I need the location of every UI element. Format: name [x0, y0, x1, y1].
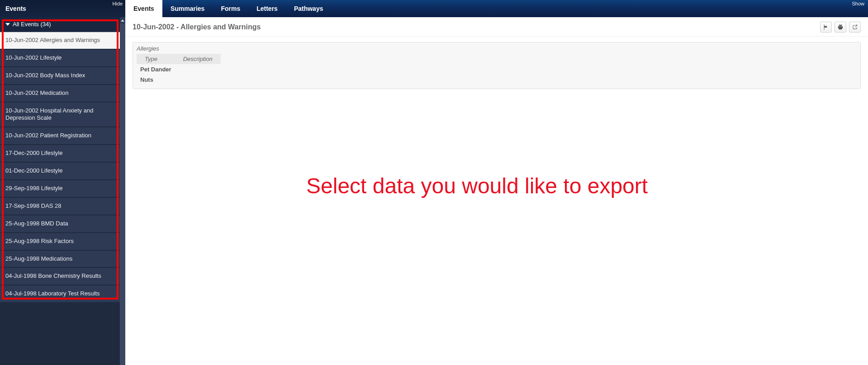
event-list: 10-Jun-2002 Allergies and Warnings10-Jun…	[0, 32, 120, 303]
cell-description	[175, 75, 221, 85]
all-events-label: All Events (34)	[13, 21, 51, 28]
print-icon	[837, 24, 844, 30]
event-item[interactable]: 25-Aug-1998 Risk Factors	[0, 233, 120, 250]
sidebar-title: Events	[5, 5, 26, 12]
event-item[interactable]: 10-Jun-2002 Allergies and Warnings	[0, 32, 120, 49]
content-header: 10-Jun-2002 - Allergies and Warnings	[125, 17, 868, 37]
cell-type: Pet Dander	[137, 64, 175, 75]
events-scroll-area: All Events (34) 10-Jun-2002 Allergies an…	[0, 17, 125, 365]
flag-icon	[823, 24, 829, 30]
all-events-toggle[interactable]: All Events (34)	[0, 17, 120, 32]
event-item[interactable]: 17-Dec-2000 Lifestyle	[0, 145, 120, 162]
sidebar-header: Events Hide	[0, 0, 125, 17]
annotation-text: Select data you would like to export	[306, 172, 648, 200]
event-item[interactable]: 17-Sep-1998 DAS 28	[0, 197, 120, 215]
top-nav: EventsSummariesFormsLettersPathways Show	[125, 0, 868, 17]
event-item[interactable]: 04-Jul-1998 Bone Chemistry Results	[0, 267, 120, 285]
events-sidebar: Events Hide All Events (34) 10-Jun-2002 …	[0, 0, 125, 365]
hide-button[interactable]: Hide	[112, 1, 123, 6]
print-button[interactable]	[835, 22, 846, 33]
content-body: Allergies Type Description Pet DanderNut…	[125, 37, 868, 365]
tab-summaries[interactable]: Summaries	[162, 0, 213, 17]
event-item[interactable]: 10-Jun-2002 Lifestyle	[0, 49, 120, 67]
export-icon	[852, 24, 858, 30]
chevron-down-icon	[5, 23, 10, 26]
tab-forms[interactable]: Forms	[213, 0, 248, 17]
allergies-table: Type Description Pet DanderNuts	[137, 54, 221, 85]
event-item[interactable]: 25-Aug-1998 BMD Data	[0, 215, 120, 233]
cell-description	[175, 64, 221, 75]
cell-type: Nuts	[137, 75, 175, 85]
tab-events[interactable]: Events	[125, 0, 162, 17]
event-item[interactable]: 10-Jun-2002 Body Mass Index	[0, 67, 120, 84]
table-row: Pet Dander	[137, 64, 221, 75]
export-button[interactable]	[849, 22, 861, 33]
show-button[interactable]: Show	[852, 1, 864, 6]
event-item[interactable]: 01-Dec-2000 Lifestyle	[0, 162, 120, 180]
event-item[interactable]: 04-Jul-1998 Laboratory Test Results	[0, 285, 120, 303]
event-item[interactable]: 10-Jun-2002 Patient Registration	[0, 127, 120, 145]
col-description: Description	[175, 54, 221, 64]
event-item[interactable]: 29-Sep-1998 Lifestyle	[0, 180, 120, 197]
scrollbar[interactable]	[120, 17, 125, 365]
event-item[interactable]: 10-Jun-2002 Hospital Anxiety and Depress…	[0, 102, 120, 127]
tab-pathways[interactable]: Pathways	[286, 0, 332, 17]
panel-title: Allergies	[137, 44, 857, 54]
table-row: Nuts	[137, 75, 221, 85]
col-type: Type	[137, 54, 175, 64]
action-buttons	[820, 22, 861, 33]
flag-button[interactable]	[820, 22, 832, 33]
event-item[interactable]: 10-Jun-2002 Medication	[0, 84, 120, 102]
content-title: 10-Jun-2002 - Allergies and Warnings	[133, 23, 261, 31]
event-item[interactable]: 25-Aug-1998 Medications	[0, 250, 120, 268]
main-area: EventsSummariesFormsLettersPathways Show…	[125, 0, 868, 365]
scroll-up-button[interactable]	[120, 17, 125, 23]
tab-letters[interactable]: Letters	[248, 0, 286, 17]
allergies-panel: Allergies Type Description Pet DanderNut…	[133, 42, 861, 89]
